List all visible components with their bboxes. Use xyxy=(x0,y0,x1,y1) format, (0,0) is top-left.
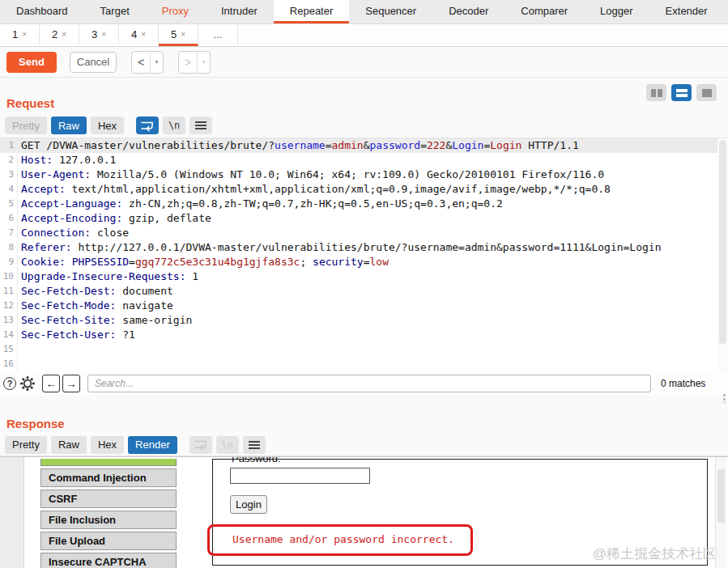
tab-close-icon[interactable]: × xyxy=(22,30,27,39)
tab-number: 4 xyxy=(131,28,137,40)
response-tab-raw[interactable]: Raw xyxy=(51,436,87,454)
response-menu-icon[interactable] xyxy=(243,436,266,454)
tab-close-icon[interactable]: × xyxy=(141,30,146,39)
layout-rows-button[interactable] xyxy=(671,84,692,101)
repeater-tab-3[interactable]: 3× xyxy=(79,24,119,46)
menu-item-extender[interactable]: Extender xyxy=(649,0,724,23)
menu-item-dashboard[interactable]: Dashboard xyxy=(0,0,84,23)
line-number: 1 xyxy=(0,138,18,153)
menu-item-intruder[interactable]: Intruder xyxy=(205,0,274,23)
response-wrap-icon[interactable] xyxy=(189,436,212,454)
request-tab-pretty[interactable]: Pretty xyxy=(5,117,47,134)
line-number: 8 xyxy=(0,240,18,255)
request-line: 7Connection: close xyxy=(0,226,728,240)
repeater-tab-1[interactable]: 1× xyxy=(0,24,40,46)
layout-columns-button[interactable] xyxy=(646,84,666,101)
request-line: 6Accept-Encoding: gzip, deflate xyxy=(0,211,728,226)
menu-item-logger[interactable]: Logger xyxy=(584,0,649,23)
response-scrollbar[interactable] xyxy=(715,457,726,568)
watermark: @稀土掘金技术社区 xyxy=(593,545,717,563)
dvwa-nav-file-inclusion[interactable]: File Inclusion xyxy=(40,511,177,529)
tab-close-icon[interactable]: × xyxy=(181,30,185,39)
arrow-left-icon: ← xyxy=(46,378,57,390)
request-editor[interactable]: 1GET /DVWA-master/vulnerabilities/brute/… xyxy=(0,138,728,371)
line-number: 3 xyxy=(0,167,18,182)
cancel-button[interactable]: Cancel xyxy=(70,52,117,73)
request-line: 10Upgrade-Insecure-Requests: 1 xyxy=(0,269,728,284)
line-number: 10 xyxy=(0,269,18,284)
menu-item-sequencer[interactable]: Sequencer xyxy=(349,0,432,23)
response-editor-tabs: PrettyRawHexRender\n xyxy=(0,434,728,456)
main-menubar: DashboardTargetProxyIntruderRepeaterSequ… xyxy=(0,0,728,24)
menu-item-proxy[interactable]: Proxy xyxy=(146,0,205,23)
dvwa-selected-item[interactable] xyxy=(40,459,177,466)
dvwa-login-button[interactable]: Login xyxy=(230,495,267,514)
line-number: 13 xyxy=(0,313,18,328)
tab-number: 2 xyxy=(52,28,57,40)
tab-number: 3 xyxy=(92,28,97,40)
menu-item-target[interactable]: Target xyxy=(84,0,146,23)
forward-chevron-icon[interactable]: > xyxy=(179,52,198,73)
panel-splitter[interactable]: ••• xyxy=(0,396,728,403)
layout-toggles xyxy=(646,84,717,101)
tab-close-icon[interactable]: × xyxy=(62,30,66,39)
menu-item-repeater[interactable]: Repeater xyxy=(274,0,349,23)
repeater-tab-more[interactable]: ... xyxy=(198,24,238,46)
help-icon[interactable]: ? xyxy=(3,377,16,390)
tab-close-icon[interactable]: × xyxy=(101,30,106,39)
request-newline-icon[interactable]: \n xyxy=(163,117,185,134)
menu-item-comparer[interactable]: Comparer xyxy=(504,0,584,23)
request-line: 8Referer: http://127.0.0.1/DVWA-master/v… xyxy=(0,240,728,255)
menu-item-project-options[interactable]: Project options xyxy=(724,0,728,23)
line-number: 4 xyxy=(0,182,18,197)
history-forward-button[interactable]: > ▼ xyxy=(178,51,211,74)
line-number: 15 xyxy=(0,342,18,357)
repeater-tab-2[interactable]: 2× xyxy=(40,24,79,46)
search-next-button[interactable]: → xyxy=(62,375,80,392)
search-input[interactable] xyxy=(87,375,651,392)
menu-item-decoder[interactable]: Decoder xyxy=(432,0,504,23)
dvwa-nav-csrf[interactable]: CSRF xyxy=(40,490,177,508)
rows-layout-icon xyxy=(675,88,688,98)
dvwa-nav-insecure-captcha[interactable]: Insecure CAPTCHA xyxy=(40,553,177,568)
request-tab-hex[interactable]: Hex xyxy=(91,117,124,134)
response-newline-icon[interactable]: \n xyxy=(216,436,239,454)
request-menu-icon[interactable] xyxy=(189,117,212,134)
line-number: 11 xyxy=(0,284,18,299)
response-tab-pretty[interactable]: Pretty xyxy=(5,436,47,454)
request-line: 13Sec-Fetch-Site: same-origin xyxy=(0,313,728,328)
request-tab-raw[interactable]: Raw xyxy=(51,117,87,134)
request-raw-content: 1GET /DVWA-master/vulnerabilities/brute/… xyxy=(0,138,728,371)
repeater-tab-4[interactable]: 4× xyxy=(119,24,159,46)
line-number: 7 xyxy=(0,226,18,240)
dvwa-nav-command-injection[interactable]: Command Injection xyxy=(40,468,177,487)
repeater-tab-5[interactable]: 5× xyxy=(159,24,198,46)
columns-layout-icon xyxy=(650,88,663,98)
response-tab-render[interactable]: Render xyxy=(128,436,177,454)
back-dropdown-icon[interactable]: ▼ xyxy=(151,52,163,73)
back-chevron-icon[interactable]: < xyxy=(132,52,151,73)
line-number: 12 xyxy=(0,299,18,313)
request-title: Request xyxy=(6,96,54,110)
request-line: 5Accept-Language: zh-CN,zh;q=0.8,zh-TW;q… xyxy=(0,197,728,211)
forward-dropdown-icon[interactable]: ▼ xyxy=(198,52,210,73)
layout-single-button[interactable] xyxy=(696,84,717,101)
request-scrollbar[interactable] xyxy=(717,138,728,371)
burp-repeater-window: DashboardTargetProxyIntruderRepeaterSequ… xyxy=(0,0,728,568)
dvwa-nav-file-upload[interactable]: File Upload xyxy=(40,532,177,550)
request-line: 14Sec-Fetch-User: ?1 xyxy=(0,328,728,342)
line-number: 2 xyxy=(0,153,18,167)
response-header-row: Response xyxy=(0,403,728,434)
gear-icon[interactable] xyxy=(19,375,36,392)
password-field[interactable] xyxy=(230,468,370,484)
request-wrap-icon[interactable] xyxy=(136,117,159,134)
repeater-tabstrip: 1×2×3×4×5×... xyxy=(0,24,728,47)
render-left-margin xyxy=(0,457,24,568)
search-prev-button[interactable]: ← xyxy=(42,375,60,392)
response-tab-hex[interactable]: Hex xyxy=(91,436,124,454)
history-back-button[interactable]: < ▼ xyxy=(131,51,164,74)
line-number: 6 xyxy=(0,211,18,226)
line-number: 16 xyxy=(0,357,18,371)
line-number: 5 xyxy=(0,197,18,211)
send-button[interactable]: Send xyxy=(6,52,57,73)
